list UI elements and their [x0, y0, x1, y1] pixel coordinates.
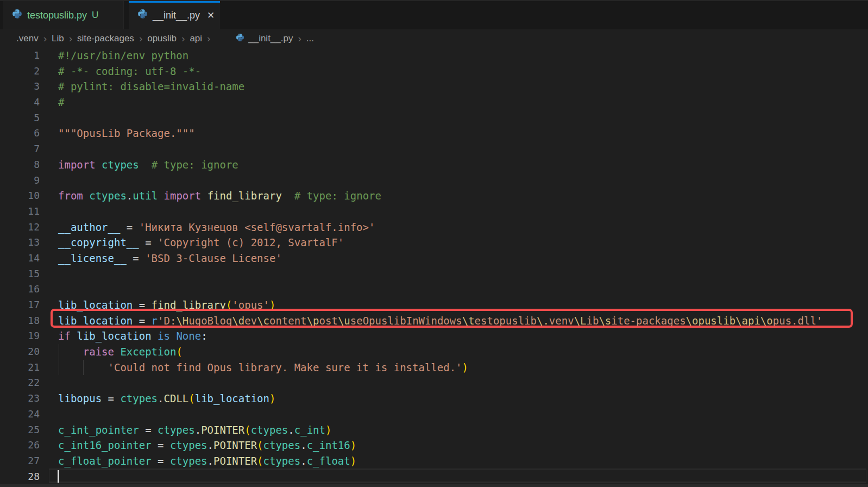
- breadcrumb-item-venv[interactable]: .venv: [16, 33, 39, 44]
- code-token: [71, 330, 77, 342]
- code-token: .: [288, 424, 294, 436]
- code-line-12[interactable]: __author__ = 'Никита Кузнецов <self@svar…: [58, 220, 868, 235]
- breadcrumb: .venv › Lib › site-packages › opuslib › …: [0, 29, 868, 48]
- line-number: 22: [0, 375, 40, 391]
- tab-init-py[interactable]: __init__.py ✕: [129, 1, 220, 29]
- line-number: 24: [0, 407, 40, 422]
- code-token: \t: [462, 315, 475, 327]
- code-line-14[interactable]: __license__ = 'BSD 3-Clause License': [58, 251, 868, 266]
- code-line-15[interactable]: [58, 266, 868, 282]
- code-token: \c: [257, 315, 269, 327]
- code-token: =: [102, 392, 120, 404]
- code-line-28[interactable]: [58, 469, 868, 485]
- code-line-26[interactable]: c_int16_pointer = ctypes.POINTER(ctypes.…: [58, 438, 868, 453]
- code-line-5[interactable]: [58, 110, 868, 126]
- code-token: import: [164, 190, 202, 202]
- code-line-1[interactable]: #!/usr/bin/env python: [58, 48, 868, 64]
- code-token: is: [158, 330, 170, 342]
- code-line-4[interactable]: #: [58, 95, 868, 110]
- code-token: ost: [319, 315, 338, 327]
- breadcrumb-item-lib[interactable]: Lib: [52, 33, 64, 44]
- line-number: 8: [0, 157, 40, 173]
- code-line-22[interactable]: [58, 375, 868, 391]
- breadcrumb-item-site-packages[interactable]: site-packages: [77, 33, 134, 44]
- code-line-2[interactable]: # -*- coding: utf-8 -*-: [58, 64, 868, 79]
- line-number: 4: [0, 95, 40, 110]
- code-token: .: [207, 439, 213, 451]
- code-token: ctypes: [251, 424, 288, 436]
- code-token: lib_location: [58, 315, 133, 327]
- code-line-9[interactable]: [58, 173, 868, 189]
- code-token: ctypes: [120, 392, 158, 404]
- code-token: \u: [338, 315, 350, 327]
- line-number: 1: [0, 48, 40, 64]
- line-number: 12: [0, 220, 40, 235]
- tab-testopuslib[interactable]: testopuslib.py U: [3, 1, 124, 29]
- code-token: POINTER: [213, 455, 257, 467]
- code-token: ev: [244, 315, 257, 327]
- breadcrumb-item-opuslib[interactable]: opuslib: [147, 33, 177, 44]
- code-token: ): [325, 424, 331, 436]
- code-token: \H: [176, 315, 188, 327]
- code-line-19[interactable]: if lib_location is None:: [58, 328, 868, 344]
- line-number: 14: [0, 251, 40, 266]
- code-line-27[interactable]: c_float_pointer = ctypes.POINTER(ctypes.…: [58, 453, 868, 469]
- code-token: \o: [760, 315, 773, 327]
- code-token: libopus: [58, 392, 102, 404]
- code-line-24[interactable]: [58, 407, 868, 422]
- indent-guide: [83, 360, 84, 376]
- code-token: from: [58, 190, 83, 202]
- breadcrumb-item-api[interactable]: api: [190, 33, 202, 44]
- code-line-16[interactable]: [58, 282, 868, 297]
- tab-separator: [124, 1, 129, 29]
- line-number: 7: [0, 141, 40, 157]
- code-line-21[interactable]: 'Could not find Opus library. Make sure …: [58, 360, 868, 376]
- code-token: ): [462, 361, 468, 373]
- code-token: # pylint: disable=invalid-name: [58, 80, 244, 92]
- code-token: __license__: [58, 252, 127, 264]
- code-line-6[interactable]: """OpusLib Package.""": [58, 126, 868, 141]
- line-number: 28: [0, 469, 40, 485]
- close-icon[interactable]: ✕: [205, 9, 217, 22]
- code-token: __author__: [58, 221, 120, 233]
- breadcrumb-symbol-more[interactable]: ...: [306, 33, 314, 44]
- code-token: =: [133, 299, 151, 311]
- code-token: \L: [574, 315, 587, 327]
- code-line-11[interactable]: [58, 204, 868, 220]
- code-token: c_float_pointer: [58, 455, 152, 467]
- code-line-18[interactable]: lib_location = r'D:\HugoBlog\dev\content…: [58, 313, 868, 329]
- code-line-13[interactable]: __copyright__ = 'Copyright (c) 2012, Sva…: [58, 235, 868, 251]
- code-token: .: [300, 455, 306, 467]
- line-number: 13: [0, 235, 40, 251]
- code-token: find_library: [207, 190, 282, 202]
- code-token: ): [269, 392, 275, 404]
- code-token: \.: [537, 315, 549, 327]
- code-line-20[interactable]: raise Exception(: [58, 344, 868, 360]
- code-token: ctypes: [263, 439, 301, 451]
- tab-label: testopuslib.py: [27, 10, 87, 21]
- code-line-17[interactable]: lib_location = find_library('opus'): [58, 297, 868, 313]
- code-token: estopuslib: [475, 315, 537, 327]
- code-token: (: [257, 439, 263, 451]
- code-editor[interactable]: 1234567891011121314151617181920212223242…: [0, 48, 868, 487]
- code-line-8[interactable]: import ctypes # type: ignore: [58, 157, 868, 173]
- code-token: .: [300, 439, 306, 451]
- code-token: [201, 190, 207, 202]
- code-line-10[interactable]: from ctypes.util import find_library # t…: [58, 188, 868, 204]
- code-line-7[interactable]: [58, 141, 868, 157]
- code-token: CDLL: [164, 392, 189, 404]
- code-token: =: [127, 252, 145, 264]
- code-line-23[interactable]: libopus = ctypes.CDLL(lib_location): [58, 391, 868, 407]
- code-token: ctypes: [170, 455, 207, 467]
- code-token: [96, 159, 102, 171]
- code-token: ): [350, 455, 356, 467]
- code-line-3[interactable]: # pylint: disable=invalid-name: [58, 79, 868, 95]
- code-token: (: [226, 299, 232, 311]
- code-line-25[interactable]: c_int_pointer = ctypes.POINTER(ctypes.c_…: [58, 422, 868, 438]
- code-token: ): [269, 299, 275, 311]
- horizontal-scrollbar[interactable]: [0, 484, 868, 487]
- line-number: 2: [0, 64, 40, 79]
- code-token: ctypes: [89, 190, 127, 202]
- line-number: 11: [0, 204, 40, 220]
- code-token: \s: [599, 315, 611, 327]
